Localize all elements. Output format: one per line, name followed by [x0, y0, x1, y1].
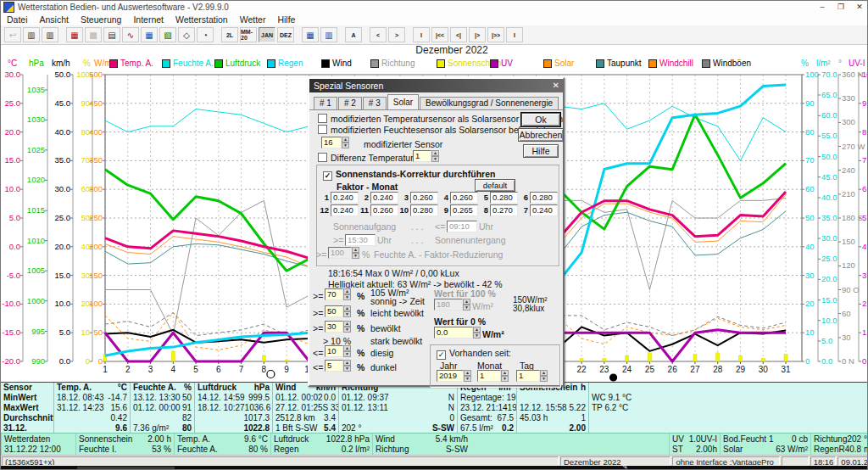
- spin-up-icon[interactable]: ▲: [463, 299, 470, 305]
- close-button[interactable]: ✕: [850, 2, 868, 13]
- toolbar-first-button[interactable]: I: [413, 27, 430, 42]
- menu-ansicht[interactable]: Ansicht: [34, 14, 75, 25]
- spin-down-icon[interactable]: ▼: [431, 156, 439, 162]
- factor-field[interactable]: 0.260: [370, 204, 398, 216]
- toolbar-range-dez-button[interactable]: DEZ: [277, 27, 294, 42]
- abbrechen-button[interactable]: Abbrechen: [518, 128, 564, 142]
- toolbar-clock-icon[interactable]: ◔: [197, 27, 214, 42]
- modified-sensor-spinner[interactable]: 16▲▼: [321, 137, 349, 148]
- spin-up-icon[interactable]: ▲: [464, 370, 471, 376]
- humidity-reduction-spinner[interactable]: 100▲▼: [328, 247, 359, 259]
- factor-field[interactable]: 0.260: [410, 192, 438, 204]
- dialog-close-icon[interactable]: ✕: [553, 79, 559, 92]
- toolbar-back-icon[interactable]: ↩: [4, 27, 21, 42]
- legend-item-solar[interactable]: Solar: [543, 59, 574, 68]
- toolbar-curve-icon[interactable]: ∿: [122, 27, 139, 42]
- legend-item-windchill[interactable]: Windchill: [648, 59, 693, 68]
- menu-steuerung[interactable]: Steuerung: [75, 14, 127, 25]
- spin-down-icon[interactable]: ▼: [343, 311, 351, 317]
- factor-field[interactable]: 0.280: [410, 204, 438, 216]
- factor-field[interactable]: 0.240: [370, 192, 398, 204]
- vorhanden-spinner-jahr[interactable]: 2019▲▼: [437, 370, 471, 382]
- toolbar-edit-icon[interactable]: ▩: [85, 27, 102, 42]
- spin-down-icon[interactable]: ▼: [342, 143, 349, 148]
- spin-down-icon[interactable]: ▼: [540, 376, 548, 382]
- toolbar-next-button[interactable]: >: [388, 27, 405, 42]
- maximize-button[interactable]: ❐: [832, 2, 850, 13]
- legend-item-regen[interactable]: Regen: [267, 59, 303, 68]
- toolbar-prev-button[interactable]: <: [370, 27, 387, 42]
- dialog-tab-BewlkungsgradSonnenenergie[interactable]: Bewölkungsgrad / Sonnenenergie: [420, 97, 559, 109]
- dialog-tab-3[interactable]: # 3: [363, 97, 387, 109]
- factor-field[interactable]: 0.280: [530, 192, 558, 204]
- factor-field[interactable]: 0.240: [331, 192, 359, 204]
- toolbar-auto-button[interactable]: A: [345, 27, 362, 42]
- toolbar-fast-fwd-button[interactable]: |>>: [487, 27, 504, 42]
- toolbar-save-icon[interactable]: ▥: [23, 27, 40, 42]
- toolbar-chart-multi-icon[interactable]: ▦: [141, 27, 158, 42]
- toolbar-diagram-switch-icon[interactable]: ◇: [178, 27, 195, 42]
- spin-up-icon[interactable]: ▲: [343, 321, 351, 327]
- factor-field[interactable]: 0.240: [530, 204, 558, 216]
- menu-datei[interactable]: Datei: [1, 14, 34, 25]
- toolbar-save-copy-icon[interactable]: ▥: [42, 27, 58, 42]
- menu-hilfe[interactable]: Hilfe: [271, 14, 301, 25]
- spin-down-icon[interactable]: ▼: [463, 305, 470, 311]
- factor-field[interactable]: 0.240: [331, 204, 359, 216]
- spin-up-icon[interactable]: ▲: [342, 137, 349, 143]
- spin-up-icon[interactable]: ▲: [343, 305, 351, 311]
- taskbar[interactable]: ✎: [1, 466, 868, 470]
- legend-item-luftdruck[interactable]: Luftdruck: [214, 59, 260, 68]
- spin-down-icon[interactable]: ▼: [343, 366, 351, 372]
- spin-down-icon[interactable]: ▼: [501, 376, 509, 382]
- dialog-tab-1[interactable]: # 1: [314, 97, 337, 109]
- toolbar-step-fwd-button[interactable]: |>: [469, 27, 486, 42]
- dialog-tab-Solar[interactable]: Solar: [387, 94, 419, 109]
- toolbar-chart-area-icon[interactable]: ▧: [159, 27, 176, 42]
- toolbar-fast-back-button[interactable]: |<<: [431, 27, 448, 42]
- dialog-tab-2[interactable]: # 2: [338, 97, 362, 109]
- checkbox-sun-correction[interactable]: ✓Sonnenstands-Korrektur durchführen: [323, 169, 495, 181]
- factor-field[interactable]: 0.265: [450, 204, 478, 216]
- hilfe-button[interactable]: Hilfe: [523, 144, 559, 158]
- spin-up-icon[interactable]: ▲: [343, 345, 351, 351]
- checkbox-diff-temp[interactable]: Differenz Temperatur: [318, 153, 414, 163]
- menu-wetter[interactable]: Wetter: [234, 14, 272, 25]
- legend-item-richtung[interactable]: Richtung: [370, 59, 415, 68]
- toolbar-range-mm20-button[interactable]: MM-20: [240, 27, 257, 42]
- spin-up-icon[interactable]: ▲: [352, 247, 359, 253]
- cloud-threshold-spinner[interactable]: 30▲▼: [325, 321, 351, 333]
- spin-down-icon[interactable]: ▼: [464, 376, 471, 382]
- legend-item-windb-en[interactable]: Windböen: [702, 59, 751, 68]
- checkbox-mod-hum[interactable]: modifizierten Feuchtesensor als Solarsen…: [318, 125, 550, 135]
- minimize-button[interactable]: –: [813, 2, 832, 13]
- vorhanden-spinner-tag[interactable]: 1▲▼: [516, 370, 548, 382]
- wert0-spinner[interactable]: 0.0▲▼: [434, 327, 481, 339]
- spin-down-icon[interactable]: ▼: [343, 351, 351, 357]
- ok-button[interactable]: Ok: [521, 113, 560, 126]
- dialog-titlebar[interactable]: Spezial Sensoren ✕: [309, 79, 563, 92]
- sunset-time-field[interactable]: 15:30: [345, 234, 376, 246]
- spin-down-icon[interactable]: ▼: [343, 327, 351, 333]
- default-button[interactable]: default: [475, 179, 515, 192]
- spin-up-icon[interactable]: ▲: [343, 288, 351, 294]
- toolbar-table-view-icon[interactable]: ▦: [302, 27, 319, 42]
- vorhanden-spinner-monat[interactable]: 1▲▼: [477, 370, 509, 382]
- spin-down-icon[interactable]: ▼: [352, 253, 359, 259]
- cloud-threshold-spinner[interactable]: 5▲▼: [325, 360, 351, 372]
- factor-field[interactable]: 0.280: [490, 192, 518, 204]
- legend-item-wind[interactable]: Wind: [321, 59, 352, 68]
- wert100-spinner[interactable]: 180▲▼: [434, 299, 470, 311]
- cloud-threshold-spinner[interactable]: 10▲▼: [325, 345, 351, 357]
- toolbar-range-2l-button[interactable]: 2L: [221, 27, 238, 42]
- spin-up-icon[interactable]: ▲: [540, 370, 548, 376]
- cloud-threshold-spinner[interactable]: 70▲▼: [325, 288, 351, 300]
- legend-item-uv[interactable]: UV: [490, 59, 513, 68]
- menu-internet[interactable]: Internet: [127, 14, 170, 25]
- spin-up-icon[interactable]: ▲: [501, 370, 509, 376]
- toolbar-chart-red-icon[interactable]: ▦: [66, 27, 83, 42]
- toolbar-last-button[interactable]: I: [506, 27, 523, 42]
- spin-down-icon[interactable]: ▼: [343, 294, 351, 300]
- legend-item-feuchte-a-[interactable]: Feuchte A.: [162, 59, 214, 68]
- cloud-threshold-spinner[interactable]: 50▲▼: [325, 305, 351, 317]
